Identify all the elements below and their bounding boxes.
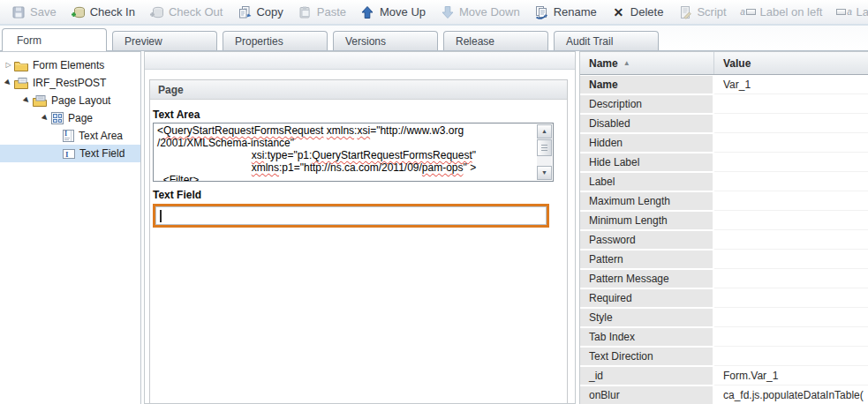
expand-collapsed-icon[interactable]: ▷ — [3, 62, 14, 69]
scroll-down-icon[interactable]: ▼ — [537, 166, 552, 180]
property-value-cell[interactable]: Form.Var_1 — [714, 366, 868, 385]
canvas-header-strip — [145, 52, 575, 70]
property-value-cell[interactable] — [714, 288, 868, 308]
property-value-cell[interactable]: Var_1 — [714, 75, 868, 94]
move-up-icon — [360, 5, 375, 19]
property-value-cell[interactable] — [714, 153, 868, 172]
text-area-input[interactable]: <QueryStartRequestFormsRequest xmlns:xsi… — [153, 123, 554, 182]
scrollbar-track[interactable] — [537, 156, 552, 166]
property-row[interactable]: Minimum Length — [580, 211, 868, 230]
property-row[interactable]: Maximum Length — [580, 191, 868, 211]
property-name-cell: _id — [580, 367, 713, 385]
property-name-cell: Hidden — [580, 134, 713, 152]
column-header-name[interactable]: Name ▲ — [580, 52, 714, 74]
tab-form[interactable]: Form — [2, 28, 107, 51]
script-icon — [677, 5, 692, 19]
property-value-cell[interactable]: ca_fd.js.populateDataInTable( — [714, 385, 868, 404]
property-row[interactable]: Required — [580, 288, 868, 308]
property-value-cell[interactable] — [714, 191, 868, 211]
property-row[interactable]: Disabled — [580, 114, 868, 133]
property-row[interactable]: Description — [580, 94, 868, 114]
text-field-inner — [155, 206, 547, 225]
text-field-selection-outline — [153, 204, 549, 228]
expand-expanded-icon[interactable]: ▶ — [21, 97, 33, 104]
paste-label: Paste — [317, 5, 346, 19]
expand-expanded-icon[interactable]: ▶ — [40, 115, 51, 122]
property-row[interactable]: Label — [580, 172, 868, 191]
property-row[interactable]: Style — [580, 308, 868, 327]
tree-item-irf-restpost[interactable]: ▶ IRF_RestPOST — [0, 74, 140, 92]
property-value-cell[interactable] — [714, 269, 868, 288]
tab-versions[interactable]: Versions — [333, 31, 438, 50]
property-name-cell: Description — [580, 95, 713, 113]
property-value-cell[interactable] — [714, 347, 868, 366]
page-container-header[interactable]: Page — [150, 80, 567, 100]
page-container-title: Page — [158, 84, 184, 96]
move-up-button[interactable]: Move Up — [353, 3, 433, 22]
property-value-cell[interactable] — [714, 133, 868, 153]
tree-item-text-field[interactable]: I Text Field — [0, 145, 140, 162]
tree-item-form-elements[interactable]: ▷ Form Elements — [0, 56, 140, 74]
tab-audit-trail[interactable]: Audit Trail — [554, 31, 659, 50]
scrollbar-thumb[interactable] — [537, 139, 552, 156]
tree-item-page[interactable]: ▶ Page — [0, 109, 140, 127]
property-name-cell: Name — [580, 76, 713, 94]
rename-icon — [534, 5, 549, 19]
property-value-cell[interactable] — [714, 114, 868, 133]
property-value-cell[interactable] — [714, 211, 868, 230]
check-in-button[interactable]: Check In — [64, 3, 142, 22]
copy-button[interactable]: Copy — [230, 3, 290, 22]
tab-properties[interactable]: Properties — [223, 31, 328, 50]
property-row[interactable]: Name Var_1 — [580, 75, 868, 94]
property-value-cell[interactable] — [714, 94, 868, 114]
page-container[interactable]: Page Text Area <QueryStartRequestFormsRe… — [149, 79, 568, 404]
paste-button[interactable]: Paste — [291, 3, 353, 22]
property-row[interactable]: Tab Index — [580, 327, 868, 347]
property-value-cell[interactable] — [714, 172, 868, 191]
property-value-cell[interactable] — [714, 230, 868, 250]
property-value-cell[interactable] — [714, 308, 868, 327]
xml-line: xsi:type="p1:QueryStartRequestFormsReque… — [157, 149, 533, 161]
tree-item-text-area[interactable]: I Text Area — [0, 127, 140, 145]
text-area-icon: I — [63, 130, 74, 142]
tree-item-page-layout[interactable]: ▶ Page Layout — [0, 92, 140, 109]
script-button[interactable]: Script — [670, 3, 733, 22]
move-down-button[interactable]: Move Down — [433, 3, 527, 22]
tree-item-label: Page — [68, 112, 93, 124]
xml-line: xmlns:p1="http://ns.ca.com/2011/09/pam-o… — [157, 161, 533, 174]
text-area-label: Text Area — [153, 108, 554, 121]
check-out-label: Check Out — [169, 5, 223, 19]
property-row[interactable]: Password — [580, 230, 868, 250]
xml-line: /2001/XMLSchema-instance" — [157, 137, 533, 149]
expand-expanded-icon[interactable]: ▶ — [3, 79, 14, 86]
delete-button[interactable]: ✕ Delete — [604, 3, 671, 22]
property-row[interactable]: onBlur ca_fd.js.populateDataInTable( — [580, 385, 868, 404]
property-value-cell[interactable] — [714, 327, 868, 347]
save-button[interactable]: Save — [4, 3, 64, 22]
property-row[interactable]: Pattern Message — [580, 269, 868, 288]
copy-icon — [237, 5, 252, 19]
label-on-left-button[interactable]: a Label on left — [734, 3, 830, 22]
rename-button[interactable]: Rename — [527, 3, 604, 22]
property-row[interactable]: Pattern — [580, 250, 868, 269]
text-field-input[interactable] — [157, 208, 545, 223]
property-name-cell: Text Direction — [580, 348, 713, 365]
tab-preview[interactable]: Preview — [112, 31, 217, 50]
properties-header-row: Name ▲ Value — [580, 52, 868, 75]
property-value-cell[interactable] — [714, 250, 868, 269]
textarea-scrollbar[interactable]: ▲ ▼ — [537, 124, 552, 180]
check-out-icon — [149, 5, 164, 19]
tab-release[interactable]: Release — [443, 31, 548, 50]
property-name-cell: onBlur — [580, 386, 713, 404]
check-out-button[interactable]: Check Out — [142, 3, 230, 22]
property-row[interactable]: Text Direction — [580, 347, 868, 366]
property-row[interactable]: Hidden — [580, 133, 868, 153]
column-header-value[interactable]: Value — [714, 52, 868, 74]
property-row[interactable]: _id Form.Var_1 — [580, 366, 868, 385]
property-row[interactable]: Hide Label — [580, 153, 868, 172]
column-header-name-label: Name — [589, 57, 618, 70]
label-on-top-button[interactable]: a Label — [829, 3, 868, 22]
sort-ascending-icon: ▲ — [623, 59, 630, 67]
folder-icon — [14, 60, 28, 71]
scroll-up-icon[interactable]: ▲ — [537, 124, 552, 138]
